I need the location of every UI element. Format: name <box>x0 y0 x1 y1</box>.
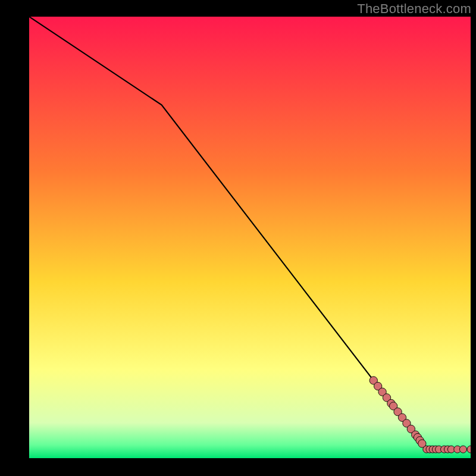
gradient-background <box>29 17 471 458</box>
chart-plot <box>29 17 471 458</box>
chart-frame: TheBottleneck.com <box>0 0 476 476</box>
attribution-label: TheBottleneck.com <box>357 1 471 17</box>
sample-marker <box>459 446 466 453</box>
